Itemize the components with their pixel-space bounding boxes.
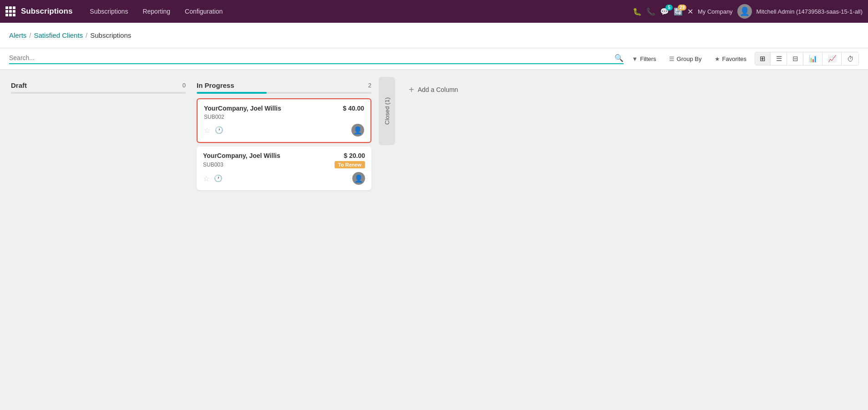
top-navigation: Subscriptions Subscriptions Reporting Co… bbox=[0, 0, 868, 23]
menu-reporting[interactable]: Reporting bbox=[136, 5, 177, 18]
groupby-icon: ☰ bbox=[669, 56, 675, 62]
topnav-right: 🐛 📞 💬 5 🔄 29 ✕ My Company 👤 Mitchell Adm… bbox=[633, 4, 863, 19]
draft-col-title: Draft bbox=[11, 81, 27, 89]
card-sub003-avatar: 👤 bbox=[352, 172, 365, 185]
filter-actions: ▼ Filters ☰ Group By ★ Favorites bbox=[629, 54, 749, 64]
menu-subscriptions[interactable]: Subscriptions bbox=[83, 5, 134, 18]
search-input[interactable] bbox=[9, 53, 614, 62]
card-sub003-ref: SUB003 To Renew bbox=[203, 161, 365, 168]
bug-icon[interactable]: 🐛 bbox=[633, 7, 642, 16]
breadcrumb-sep-1: / bbox=[29, 31, 31, 39]
add-column-plus-icon: + bbox=[409, 85, 414, 94]
inprogress-col-header: In Progress 2 bbox=[193, 77, 375, 92]
chat-badge: 5 bbox=[665, 5, 673, 10]
card-sub003-company: YourCompany, Joel Willis bbox=[203, 152, 280, 159]
draft-col-count: 0 bbox=[183, 82, 186, 89]
inprogress-col-title: In Progress bbox=[197, 81, 234, 89]
search-filter-bar: 🔍 ▼ Filters ☰ Group By ★ Favorites ⊞ ☰ ⊟… bbox=[0, 48, 868, 70]
draft-col-header: Draft 0 bbox=[7, 77, 189, 92]
groupby-label: Group By bbox=[677, 56, 702, 62]
favorites-icon: ★ bbox=[715, 56, 720, 62]
kanban-board: Draft 0 In Progress 2 YourCompany, Joel … bbox=[0, 70, 868, 410]
clock-icon[interactable]: 🔄 29 bbox=[674, 7, 683, 16]
view-activity-btn[interactable]: ⏱ bbox=[843, 53, 858, 65]
card-sub002-icons: ☆ 🕐 bbox=[204, 126, 223, 135]
subheader: Alerts / Satisfied Clients / Subscriptio… bbox=[0, 23, 868, 48]
search-icon[interactable]: 🔍 bbox=[614, 54, 624, 62]
card-sub002-bottom: ☆ 🕐 👤 bbox=[204, 124, 364, 137]
favorites-label: Favorites bbox=[722, 56, 746, 62]
draft-progress-bar bbox=[11, 92, 186, 94]
inprogress-progress-fill bbox=[197, 92, 267, 94]
breadcrumb: Alerts / Satisfied Clients / Subscriptio… bbox=[9, 31, 859, 39]
card-sub002-amount: $ 40.00 bbox=[343, 105, 364, 112]
kanban-col-inprogress: In Progress 2 YourCompany, Joel Willis $… bbox=[193, 77, 375, 194]
card-sub003-clock-icon[interactable]: 🕐 bbox=[214, 174, 223, 182]
add-column-button[interactable]: + Add a Column bbox=[404, 82, 462, 97]
kanban-col-closed[interactable]: Closed (1) bbox=[379, 77, 395, 145]
user-avatar[interactable]: 👤 bbox=[737, 4, 752, 19]
top-menu: Subscriptions Reporting Configuration bbox=[83, 5, 633, 18]
card-sub003-ref-text: SUB003 bbox=[203, 162, 223, 168]
kanban-card-sub003[interactable]: YourCompany, Joel Willis $ 20.00 SUB003 … bbox=[197, 147, 371, 190]
inprogress-col-count: 2 bbox=[368, 82, 371, 89]
card-sub002-avatar: 👤 bbox=[351, 124, 364, 137]
username-label[interactable]: Mitchell Admin (14739583-saas-15-1-all) bbox=[756, 8, 863, 15]
breadcrumb-sep-2: / bbox=[86, 31, 87, 39]
card-sub003-icons: ☆ 🕐 bbox=[203, 174, 223, 183]
card-sub002-top: YourCompany, Joel Willis $ 40.00 bbox=[204, 105, 364, 112]
card-sub002-clock-icon[interactable]: 🕐 bbox=[215, 126, 223, 134]
view-barchart-btn[interactable]: 📊 bbox=[804, 52, 822, 65]
add-column-label: Add a Column bbox=[418, 86, 458, 93]
inprogress-progress-bar bbox=[197, 92, 371, 94]
filters-label: Filters bbox=[640, 56, 656, 62]
filter-icon: ▼ bbox=[632, 56, 638, 62]
app-title: Subscriptions bbox=[21, 7, 72, 16]
breadcrumb-alerts[interactable]: Alerts bbox=[9, 31, 26, 39]
kanban-col-draft: Draft 0 bbox=[7, 77, 189, 98]
card-sub003-bottom: ☆ 🕐 👤 bbox=[203, 172, 365, 185]
phone-icon[interactable]: 📞 bbox=[646, 7, 655, 16]
card-sub003-top: YourCompany, Joel Willis $ 20.00 bbox=[203, 152, 365, 159]
close-icon[interactable]: ✕ bbox=[687, 7, 693, 16]
view-list-btn[interactable]: ☰ bbox=[772, 52, 787, 65]
kanban-add-column-area: + Add a Column bbox=[399, 77, 490, 102]
view-switchers: ⊞ ☰ ⊟ 📊 📈 ⏱ bbox=[755, 52, 859, 66]
card-sub003-star-icon[interactable]: ☆ bbox=[203, 174, 209, 183]
company-name[interactable]: My Company bbox=[698, 8, 733, 15]
chat-icon[interactable]: 💬 5 bbox=[660, 7, 669, 16]
filters-button[interactable]: ▼ Filters bbox=[629, 54, 659, 64]
menu-configuration[interactable]: Configuration bbox=[178, 5, 229, 18]
kanban-card-sub002[interactable]: YourCompany, Joel Willis $ 40.00 SUB002 … bbox=[197, 98, 371, 143]
card-sub002-ref: SUB002 bbox=[204, 114, 364, 120]
card-sub002-star-icon[interactable]: ☆ bbox=[204, 126, 210, 135]
breadcrumb-satisfied-clients[interactable]: Satisfied Clients bbox=[34, 31, 83, 39]
groupby-button[interactable]: ☰ Group By bbox=[666, 54, 705, 64]
update-badge: 29 bbox=[678, 5, 686, 10]
favorites-button[interactable]: ★ Favorites bbox=[712, 54, 749, 64]
apps-menu-icon[interactable] bbox=[5, 6, 15, 16]
card-sub003-amount: $ 20.00 bbox=[344, 152, 365, 159]
card-sub003-renew-badge: To Renew bbox=[335, 161, 365, 168]
breadcrumb-current: Subscriptions bbox=[90, 31, 131, 39]
view-linechart-btn[interactable]: 📈 bbox=[823, 52, 842, 65]
closed-col-label: Closed (1) bbox=[384, 97, 391, 125]
view-table-btn[interactable]: ⊟ bbox=[788, 52, 803, 65]
card-sub002-company: YourCompany, Joel Willis bbox=[204, 105, 281, 112]
view-kanban-btn[interactable]: ⊞ bbox=[755, 52, 771, 65]
search-box: 🔍 bbox=[9, 53, 624, 64]
